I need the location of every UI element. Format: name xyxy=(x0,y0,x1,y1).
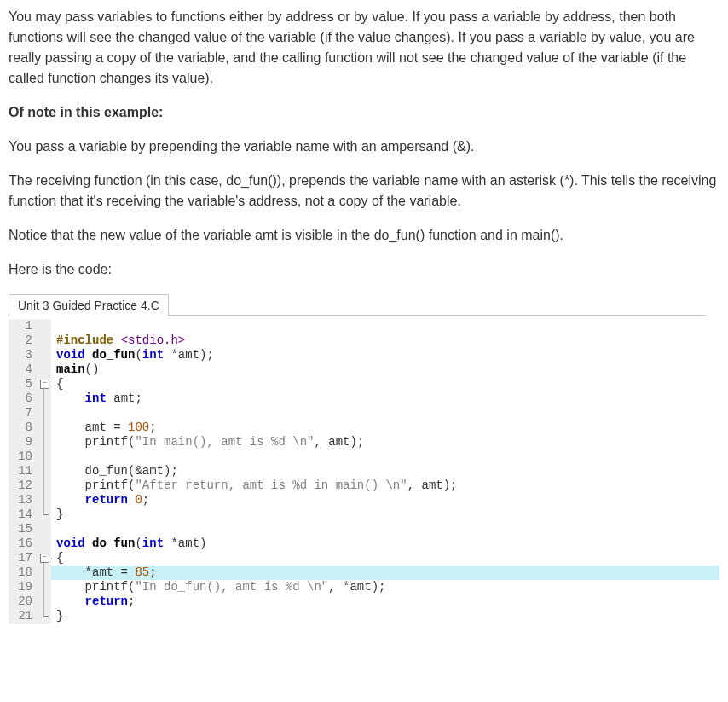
fold-gutter xyxy=(39,334,51,348)
fold-gutter xyxy=(39,450,51,464)
code-line: 15 xyxy=(9,522,719,537)
fold-gutter xyxy=(39,566,51,580)
line-number: 6 xyxy=(9,392,39,406)
line-number: 4 xyxy=(9,363,39,377)
line-number: 19 xyxy=(9,580,39,595)
note-2: The receiving function (in this case, do… xyxy=(9,171,719,212)
code-line: 19 printf("In do_fun(), amt is %d \n", *… xyxy=(9,580,719,595)
code-text xyxy=(51,319,719,334)
code-line: 21} xyxy=(9,609,719,624)
line-number: 12 xyxy=(9,479,39,493)
code-text: return; xyxy=(51,595,719,609)
code-line: 16void do_fun(int *amt) xyxy=(9,537,719,551)
line-number: 3 xyxy=(9,348,39,363)
code-line: 14} xyxy=(9,508,719,522)
code-line: 17−{ xyxy=(9,551,719,566)
code-text: void do_fun(int *amt) xyxy=(51,537,719,551)
code-line: 11 do_fun(&amt); xyxy=(9,464,719,479)
code-text: return 0; xyxy=(51,493,719,508)
code-text: printf("After return, amt is %d in main(… xyxy=(51,479,719,493)
code-line: 7 xyxy=(9,406,719,421)
fold-gutter xyxy=(39,406,51,421)
code-text: void do_fun(int *amt); xyxy=(51,348,719,363)
code-line: 2#include <stdio.h> xyxy=(9,334,719,348)
fold-gutter xyxy=(39,319,51,334)
line-number: 21 xyxy=(9,609,39,624)
line-number: 13 xyxy=(9,493,39,508)
code-line: 9 printf("In main(), amt is %d \n", amt)… xyxy=(9,435,719,450)
intro-paragraph: You may pass variables to functions eith… xyxy=(9,7,719,89)
line-number: 9 xyxy=(9,435,39,450)
line-number: 17 xyxy=(9,551,39,566)
fold-gutter: − xyxy=(39,377,51,392)
fold-gutter xyxy=(39,435,51,450)
line-number: 14 xyxy=(9,508,39,522)
code-text: } xyxy=(51,508,719,522)
code-text: printf("In do_fun(), amt is %d \n", *amt… xyxy=(51,580,719,595)
file-tab[interactable]: Unit 3 Guided Practice 4.C xyxy=(9,294,169,316)
fold-gutter xyxy=(39,479,51,493)
code-text: printf("In main(), amt is %d \n", amt); xyxy=(51,435,719,450)
code-line: 1 xyxy=(9,319,719,334)
fold-gutter xyxy=(39,522,51,537)
line-number: 15 xyxy=(9,522,39,537)
line-number: 18 xyxy=(9,566,39,580)
fold-gutter xyxy=(39,580,51,595)
code-text: #include <stdio.h> xyxy=(51,334,719,348)
code-text: int amt; xyxy=(51,392,719,406)
code-text: *amt = 85; xyxy=(51,566,719,580)
code-text: amt = 100; xyxy=(51,421,719,435)
code-line: 5−{ xyxy=(9,377,719,392)
code-intro: Here is the code: xyxy=(9,259,719,280)
code-line: 18 *amt = 85; xyxy=(9,566,719,580)
code-text: { xyxy=(51,377,719,392)
fold-gutter xyxy=(39,508,51,522)
fold-gutter xyxy=(39,421,51,435)
code-editor: 12#include <stdio.h>3void do_fun(int *am… xyxy=(9,319,719,624)
code-text: do_fun(&amt); xyxy=(51,464,719,479)
line-number: 8 xyxy=(9,421,39,435)
line-number: 5 xyxy=(9,377,39,392)
line-number: 1 xyxy=(9,319,39,334)
code-line: 12 printf("After return, amt is %d in ma… xyxy=(9,479,719,493)
code-text xyxy=(51,450,719,464)
line-number: 10 xyxy=(9,450,39,464)
code-line: 10 xyxy=(9,450,719,464)
code-line: 20 return; xyxy=(9,595,719,609)
note-heading: Of note in this example: xyxy=(9,102,719,123)
fold-gutter xyxy=(39,609,51,624)
code-text xyxy=(51,406,719,421)
fold-gutter xyxy=(39,464,51,479)
code-text: } xyxy=(51,609,719,624)
note-3: Notice that the new value of the variabl… xyxy=(9,225,719,246)
code-text: main() xyxy=(51,363,719,377)
fold-toggle-icon[interactable]: − xyxy=(40,554,49,563)
code-line: 6 int amt; xyxy=(9,392,719,406)
line-number: 7 xyxy=(9,406,39,421)
fold-gutter xyxy=(39,392,51,406)
line-number: 20 xyxy=(9,595,39,609)
code-line: 8 amt = 100; xyxy=(9,421,719,435)
code-line: 4main() xyxy=(9,363,719,377)
line-number: 16 xyxy=(9,537,39,551)
fold-gutter xyxy=(39,348,51,363)
line-number: 2 xyxy=(9,334,39,348)
line-number: 11 xyxy=(9,464,39,479)
code-line: 13 return 0; xyxy=(9,493,719,508)
fold-gutter xyxy=(39,595,51,609)
code-text: { xyxy=(51,551,719,566)
code-text xyxy=(51,522,719,537)
fold-gutter: − xyxy=(39,551,51,566)
fold-gutter xyxy=(39,493,51,508)
fold-gutter xyxy=(39,363,51,377)
code-line: 3void do_fun(int *amt); xyxy=(9,348,719,363)
editor-tabs: Unit 3 Guided Practice 4.C xyxy=(9,293,719,316)
note-1: You pass a variable by prepending the va… xyxy=(9,136,719,157)
fold-gutter xyxy=(39,537,51,551)
fold-toggle-icon[interactable]: − xyxy=(40,380,49,389)
